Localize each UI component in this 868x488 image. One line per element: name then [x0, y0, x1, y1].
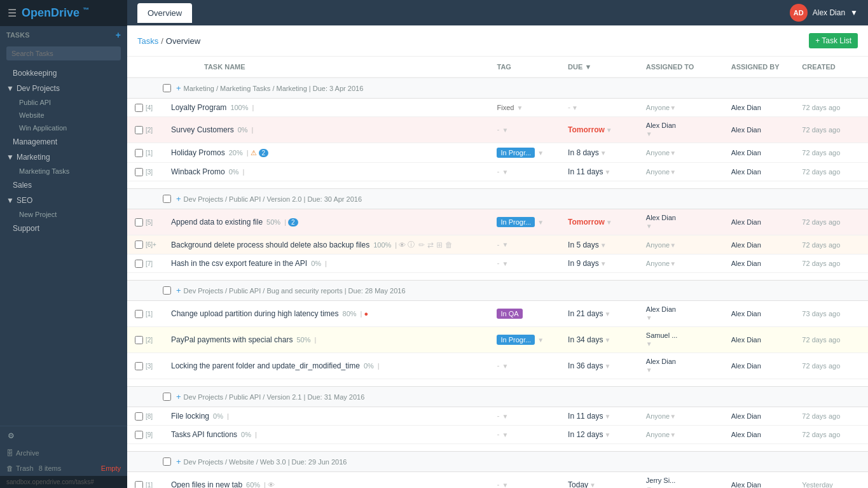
sidebar-group-devprojects[interactable]: ▼ Dev Projects — [0, 81, 127, 96]
task-checkbox[interactable] — [135, 412, 143, 421]
tag-arrow[interactable]: ▼ — [502, 413, 508, 420]
task-checkbox[interactable] — [135, 431, 143, 439]
group-checkbox[interactable] — [163, 393, 171, 401]
tag-arrow[interactable]: ▼ — [502, 241, 508, 248]
assigned-to[interactable]: Alex Dian — [646, 122, 721, 129]
assigned-to[interactable]: Jerry Si... — [646, 477, 721, 484]
tag-arrow[interactable]: ▼ — [502, 127, 508, 134]
assigned-to-arrow[interactable]: ▼ — [646, 340, 652, 347]
sidebar-sub-newproject[interactable]: New Project — [0, 208, 127, 221]
edit-icon[interactable]: ✏ — [418, 241, 425, 249]
assigned-to[interactable]: Anyone — [646, 431, 670, 438]
due-arrow[interactable]: ▼ — [604, 337, 610, 344]
group-checkbox[interactable] — [163, 195, 171, 203]
group-checkbox[interactable] — [163, 84, 171, 92]
add-task-icon[interactable]: + — [176, 194, 181, 204]
assigned-to[interactable]: Alex Dian — [646, 214, 721, 221]
add-task-icon[interactable]: + — [176, 286, 181, 295]
tab-overview[interactable]: Overview — [137, 3, 192, 23]
search-input[interactable] — [6, 46, 121, 60]
due-arrow[interactable]: ▼ — [604, 363, 610, 370]
task-checkbox[interactable] — [135, 218, 143, 227]
task-checkbox[interactable] — [135, 481, 143, 489]
task-title[interactable]: File locking — [171, 412, 209, 421]
tag-arrow[interactable]: ▼ — [502, 431, 508, 438]
assigned-to[interactable]: Anyone — [646, 241, 670, 249]
assigned-to-arrow[interactable]: ▼ — [670, 431, 676, 438]
due-arrow[interactable]: ▼ — [572, 104, 578, 111]
assigned-to[interactable]: Alex Dian — [646, 358, 721, 365]
task-checkbox[interactable] — [135, 104, 143, 112]
due-arrow[interactable]: ▼ — [604, 431, 610, 438]
empty-trash-button[interactable]: Empty — [101, 464, 121, 472]
task-checkbox[interactable] — [135, 241, 143, 249]
add-task-icon[interactable]: + — [176, 83, 181, 93]
assigned-to-arrow[interactable]: ▼ — [670, 150, 676, 157]
task-title[interactable]: Holiday Promos — [171, 148, 225, 157]
assigned-to-arrow[interactable]: ▼ — [646, 366, 652, 373]
sidebar-sub-website[interactable]: Website — [0, 109, 127, 122]
task-checkbox[interactable] — [135, 168, 143, 176]
assigned-to-arrow[interactable]: ▼ — [670, 104, 676, 111]
task-title[interactable]: Tasks API functions — [171, 430, 237, 439]
task-title[interactable]: Loyalty Program — [171, 103, 226, 112]
assigned-to-arrow[interactable]: ▼ — [670, 260, 676, 267]
tag-arrow[interactable]: ▼ — [502, 260, 508, 267]
due-arrow[interactable]: ▼ — [589, 482, 596, 488]
due-arrow[interactable]: ▼ — [604, 169, 610, 176]
tasks-table-container[interactable]: TASK NAME TAG DUE ▼ ASSIGNED TO ASSIGNED… — [127, 57, 868, 488]
task-title[interactable]: PayPal payments with special chars — [171, 335, 293, 344]
sidebar-sub-winapplication[interactable]: Win Application — [0, 122, 127, 134]
due-arrow[interactable]: ▼ — [604, 310, 610, 317]
sidebar-item-management[interactable]: Management — [0, 134, 127, 150]
user-dropdown-icon[interactable]: ▼ — [850, 8, 858, 17]
add-task-icon[interactable]: + — [176, 392, 181, 401]
task-title[interactable]: Winback Promo — [171, 167, 225, 176]
sidebar-sub-publicapi[interactable]: Public API — [0, 96, 127, 109]
assigned-to[interactable]: Samuel ... — [646, 331, 721, 339]
task-title[interactable]: Append data to existing file — [171, 218, 263, 227]
task-checkbox[interactable] — [135, 260, 143, 268]
assigned-to-arrow[interactable]: ▼ — [646, 485, 652, 488]
assigned-to-arrow[interactable]: ▼ — [670, 169, 676, 176]
task-title[interactable]: Hash in the csv export feature in the AP… — [171, 259, 307, 268]
task-title[interactable]: Change upload partition during high late… — [171, 309, 339, 318]
sidebar-group-marketing[interactable]: ▼ Marketing — [0, 150, 127, 165]
assigned-to[interactable]: Anyone — [646, 104, 670, 111]
assigned-to[interactable]: Anyone — [646, 149, 670, 157]
assigned-to[interactable]: Alex Dian — [646, 305, 721, 313]
due-arrow[interactable]: ▼ — [600, 242, 607, 249]
due-arrow[interactable]: ▼ — [606, 219, 612, 226]
sidebar-settings[interactable]: ⚙ — [0, 426, 127, 445]
hamburger-icon[interactable]: ☰ — [8, 7, 17, 19]
due-arrow[interactable]: ▼ — [600, 150, 607, 157]
delete-icon[interactable]: 🗑 — [445, 241, 453, 249]
tag-arrow[interactable]: ▼ — [502, 169, 508, 176]
assigned-to-arrow[interactable]: ▼ — [646, 314, 652, 321]
due-arrow[interactable]: ▼ — [600, 260, 607, 267]
sidebar-item-sales[interactable]: Sales — [0, 178, 127, 193]
tag-arrow[interactable]: ▼ — [502, 482, 508, 489]
broadcast-icon[interactable]: ⊞ — [436, 241, 443, 249]
assigned-to-arrow[interactable]: ▼ — [646, 223, 652, 230]
group-checkbox[interactable] — [163, 286, 171, 295]
task-checkbox[interactable] — [135, 149, 143, 157]
task-title[interactable]: Survey Customers — [171, 125, 234, 134]
sidebar-item-support[interactable]: Support — [0, 221, 127, 236]
share-icon[interactable]: ⇄ — [427, 241, 434, 249]
sidebar-sub-marketingtasks[interactable]: Marketing Tasks — [0, 165, 127, 178]
assigned-to[interactable]: Anyone — [646, 412, 670, 420]
task-checkbox[interactable] — [135, 336, 143, 344]
due-arrow[interactable]: ▼ — [604, 413, 610, 420]
sidebar-item-bookkeeping[interactable]: Bookkeeping — [0, 66, 127, 81]
group-checkbox[interactable] — [163, 457, 171, 466]
assigned-to[interactable]: Anyone — [646, 168, 670, 176]
tag-arrow[interactable]: ▼ — [502, 363, 508, 370]
add-task-icon[interactable]: + — [176, 457, 181, 466]
sidebar-group-seo[interactable]: ▼ SEO — [0, 193, 127, 208]
task-title[interactable]: Open files in new tab — [171, 480, 242, 488]
task-title[interactable]: Background delete process should delete … — [171, 241, 369, 249]
assigned-to[interactable]: Anyone — [646, 260, 670, 267]
assigned-to-arrow[interactable]: ▼ — [670, 413, 676, 420]
task-checkbox[interactable] — [135, 362, 143, 370]
